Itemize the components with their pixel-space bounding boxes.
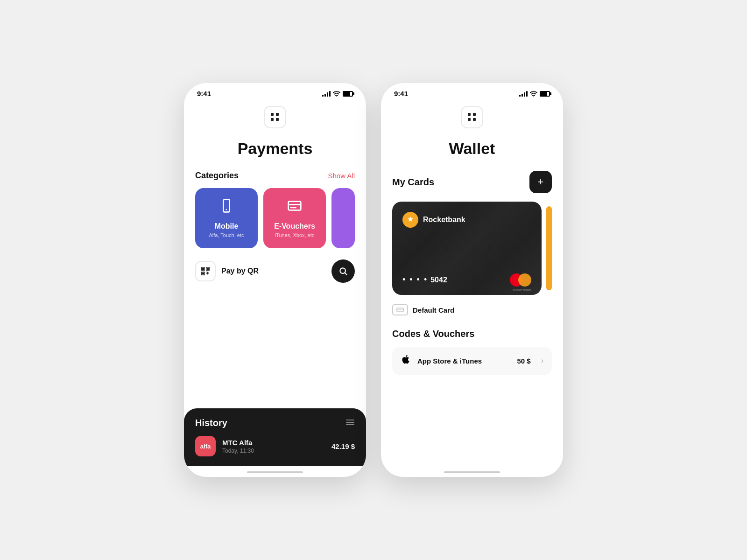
my-cards-title: My Cards — [392, 177, 434, 188]
my-cards-header: My Cards + — [392, 171, 552, 193]
search-icon — [338, 266, 348, 276]
wallet-phone: 9:41 Wallet My Cards + — [381, 83, 563, 477]
wallet-content: My Cards + Rocketbank • • • • 5042 — [381, 171, 563, 466]
status-bar-wallet: 9:41 — [381, 83, 563, 101]
history-date: Today, 11:30 — [222, 448, 325, 454]
qr-icon — [200, 266, 211, 276]
history-logo-text: alfa — [200, 443, 211, 450]
mobile-icon — [219, 198, 234, 217]
default-card-icon — [392, 304, 408, 315]
credit-card[interactable]: Rocketbank • • • • 5042 mastercard — [392, 202, 542, 295]
svg-rect-2 — [289, 202, 301, 210]
wifi-icon-wallet — [530, 91, 537, 97]
grid-button[interactable] — [264, 106, 286, 128]
home-indicator-wallet — [444, 471, 500, 473]
categories-row: Mobile Alfa, Touch, etc E-Vouchers iTune… — [195, 188, 355, 248]
history-name: MTC Alfa — [222, 439, 325, 447]
mastercard-text: mastercard — [513, 288, 531, 292]
voucher-item[interactable]: App Store & iTunes 50 $ › — [392, 347, 552, 375]
svg-rect-0 — [223, 200, 229, 212]
battery-icon — [343, 91, 353, 97]
history-header: History — [195, 418, 355, 428]
history-panel: History alfa MTC Alfa Today, 11:30 42.19… — [184, 408, 366, 466]
mobile-category-sub: Alfa, Touch, etc — [209, 232, 244, 238]
status-icons-wallet — [519, 91, 550, 97]
svg-rect-10 — [397, 308, 403, 312]
payments-content: Categories Show All Mobile Alfa, Touch, … — [184, 171, 366, 397]
pay-qr-left: Pay by QR — [195, 261, 259, 281]
search-button[interactable] — [331, 259, 355, 283]
grid-button-wallet[interactable] — [461, 106, 483, 128]
evouchers-category-sub: iTunes, Xbox, etc — [275, 232, 315, 238]
chevron-right-icon: › — [541, 357, 543, 365]
history-logo: alfa — [195, 436, 216, 456]
cards-container: Rocketbank • • • • 5042 mastercard — [392, 202, 552, 295]
history-amount: 42.19 $ — [331, 442, 355, 450]
status-bar: 9:41 — [184, 83, 366, 101]
evouchers-category-name: E-Vouchers — [274, 222, 315, 231]
svg-rect-6 — [203, 268, 204, 270]
signal-icon — [322, 91, 331, 97]
codes-title: Codes & Vouchers — [392, 329, 552, 339]
voucher-name: App Store & iTunes — [417, 357, 510, 365]
status-icons — [322, 91, 353, 97]
category-purple[interactable] — [331, 188, 355, 248]
categories-label: Categories — [195, 171, 239, 181]
pay-qr-row: Pay by QR — [195, 259, 355, 287]
voucher-amount: 50 $ — [517, 357, 530, 365]
home-indicator — [247, 471, 303, 473]
category-evouchers[interactable]: E-Vouchers iTunes, Xbox, etc — [263, 188, 326, 248]
default-card-row[interactable]: Default Card — [392, 304, 552, 315]
mastercard-logo — [510, 273, 531, 287]
battery-icon-wallet — [540, 91, 550, 97]
card-last4: 5042 — [430, 276, 447, 284]
wallet-page-title: Wallet — [381, 140, 563, 158]
default-card-label: Default Card — [413, 306, 454, 314]
svg-rect-7 — [207, 268, 209, 270]
grid-icon-wallet — [468, 113, 476, 121]
card-side-indicator — [546, 206, 552, 290]
payments-phone: 9:41 Payments Categories Show All — [184, 83, 366, 477]
show-all-button[interactable]: Show All — [328, 172, 355, 180]
status-time-wallet: 9:41 — [394, 90, 408, 98]
wifi-icon — [333, 91, 340, 97]
grid-icon — [271, 113, 279, 121]
svg-rect-8 — [203, 273, 204, 274]
section-header: Categories Show All — [195, 171, 355, 181]
evouchers-icon — [287, 198, 302, 217]
qr-icon-box — [195, 261, 216, 281]
page-title: Payments — [184, 140, 366, 158]
status-time: 9:41 — [197, 90, 211, 98]
history-menu-icon[interactable] — [345, 418, 355, 428]
mobile-category-name: Mobile — [215, 222, 239, 231]
card-number: • • • • 5042 — [402, 275, 447, 285]
history-info: MTC Alfa Today, 11:30 — [222, 439, 325, 454]
signal-icon-wallet — [519, 91, 528, 97]
apple-icon — [401, 354, 411, 367]
add-card-button[interactable]: + — [529, 171, 552, 193]
card-dots: • • • • — [402, 275, 428, 285]
category-mobile[interactable]: Mobile Alfa, Touch, etc — [195, 188, 258, 248]
rocketbank-logo — [402, 212, 418, 228]
mastercard-orange-circle — [518, 273, 531, 287]
card-header: Rocketbank — [402, 212, 531, 228]
history-item[interactable]: alfa MTC Alfa Today, 11:30 42.19 $ — [195, 436, 355, 456]
pay-qr-label: Pay by QR — [221, 267, 259, 275]
history-title: History — [195, 418, 227, 428]
card-bank-name: Rocketbank — [423, 216, 465, 224]
